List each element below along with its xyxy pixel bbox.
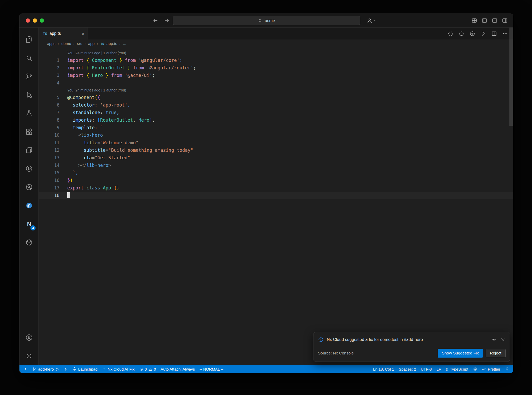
code-line[interactable]: 12 subtitle="Build something amazing tod…: [39, 147, 513, 154]
code-line-content: ></lib-hero>: [59, 162, 111, 169]
notifications-bell[interactable]: [503, 365, 511, 373]
breadcrumb-item[interactable]: demo: [61, 41, 71, 46]
breadcrumb-separator: ›: [84, 42, 86, 46]
search-sidebar-icon[interactable]: [19, 49, 38, 67]
breadcrumb-separator: ›: [74, 42, 75, 46]
eol-status[interactable]: LF: [434, 365, 443, 373]
code-line[interactable]: 13 cta="Get Started": [39, 154, 513, 162]
toggle-sidebar-right-icon[interactable]: [502, 17, 508, 24]
code-line[interactable]: 7 standalone: true,: [39, 109, 513, 116]
nx-badge: 3: [30, 225, 36, 231]
compare-changes-icon[interactable]: [447, 30, 454, 37]
breadcrumb-item[interactable]: src: [77, 41, 82, 46]
testing-icon[interactable]: [19, 104, 38, 122]
encoding-status[interactable]: UTF-8: [418, 365, 434, 373]
breadcrumb-separator: ›: [97, 42, 98, 46]
code-line[interactable]: 18: [39, 192, 513, 199]
code-line-content: `,: [59, 169, 78, 177]
navigate-back-button[interactable]: [152, 14, 158, 27]
reject-button[interactable]: Reject: [486, 349, 506, 357]
record-circle-icon[interactable]: [458, 30, 465, 37]
minimize-window-button[interactable]: [33, 18, 37, 23]
notification-close-icon[interactable]: [500, 337, 506, 342]
zoom-window-button[interactable]: [40, 18, 44, 23]
notification-toast: Nx Cloud suggested a fix for demo:test i…: [314, 332, 510, 361]
feedback-status[interactable]: [471, 365, 480, 373]
breadcrumb-item[interactable]: apps: [47, 41, 56, 46]
code-line-content: [59, 192, 70, 199]
code-line[interactable]: 17export class App {}: [39, 184, 513, 192]
inspect-icon[interactable]: [19, 178, 38, 196]
sparkle-icon: [102, 367, 106, 371]
vim-mode-status[interactable]: -- NORMAL --: [197, 365, 226, 373]
code-line-content: standalone: true,: [59, 109, 119, 116]
double-check-icon: [482, 367, 486, 371]
run-file-icon[interactable]: [469, 30, 476, 37]
breadcrumb-item[interactable]: app: [88, 41, 95, 46]
code-line[interactable]: 1import { Component } from '@angular/cor…: [39, 57, 513, 64]
command-center-search[interactable]: acme: [173, 16, 360, 25]
auto-attach-status[interactable]: Auto Attach: Always: [158, 365, 197, 373]
line-number: 15: [39, 169, 59, 177]
edge-devtools-icon[interactable]: [19, 196, 38, 215]
code-line-content: @Component({: [59, 94, 100, 101]
nx-cloud-fix-status[interactable]: Nx Cloud AI Fix: [100, 365, 137, 373]
close-window-button[interactable]: [26, 18, 30, 23]
run-debug-file-icon[interactable]: [480, 30, 487, 37]
nx-connect-status[interactable]: [62, 365, 70, 373]
navigate-forward-button[interactable]: [164, 14, 170, 27]
run-debug-icon[interactable]: [19, 85, 38, 104]
customize-layout-icon[interactable]: [471, 17, 477, 24]
code-line[interactable]: 2import { RouterOutlet } from '@angular/…: [39, 64, 513, 72]
indentation-status[interactable]: Spaces: 2: [396, 365, 418, 373]
scrollbar-thumb[interactable]: [509, 28, 513, 126]
toggle-sidebar-left-icon[interactable]: [481, 17, 488, 24]
code-editor[interactable]: You, 24 minutes ago | 1 author (You)1imp…: [39, 48, 513, 365]
formatter-status[interactable]: Prettier: [480, 365, 503, 373]
launchpad-status[interactable]: Launchpad: [70, 365, 100, 373]
accounts-icon[interactable]: [19, 328, 38, 347]
code-line[interactable]: 6 selector: 'app-root',: [39, 101, 513, 109]
toggle-panel-bottom-icon[interactable]: [491, 17, 498, 24]
line-number: 5: [39, 94, 59, 101]
code-line[interactable]: 9 template: `: [39, 124, 513, 131]
settings-gear-icon[interactable]: [19, 347, 38, 365]
code-line[interactable]: 4: [39, 79, 513, 87]
code-line[interactable]: 8 imports: [RouterOutlet, Hero],: [39, 116, 513, 124]
code-line-content: subtitle="Build something amazing today": [59, 147, 193, 154]
split-editor-icon[interactable]: [491, 30, 497, 37]
error-icon: [139, 367, 143, 371]
breadcrumb-file[interactable]: app.ts: [107, 41, 117, 46]
nx-console-icon[interactable]: N 3: [19, 215, 38, 233]
code-line[interactable]: 5@Component({: [39, 94, 513, 101]
remote-explorer-icon[interactable]: [19, 141, 38, 159]
code-line[interactable]: 14 ></lib-hero>: [39, 162, 513, 169]
code-line[interactable]: 3import { Hero } from '@acme/ui';: [39, 72, 513, 79]
git-branch-status[interactable]: add-hero: [30, 365, 62, 373]
more-actions-icon[interactable]: [502, 30, 508, 37]
show-suggested-fix-button[interactable]: Show Suggested Fix: [438, 349, 483, 358]
tab-close-icon[interactable]: ×: [82, 31, 84, 36]
account-menu[interactable]: [367, 14, 377, 27]
code-line[interactable]: 11 title="Welcmoe demo": [39, 139, 513, 147]
remote-indicator[interactable]: [21, 365, 30, 373]
container-icon[interactable]: [19, 233, 38, 252]
source-control-icon[interactable]: [19, 67, 38, 85]
smiley-icon: [473, 367, 477, 371]
cursor-position-status[interactable]: Ln 18, Col 1: [371, 365, 396, 373]
codelens-annotation[interactable]: You, 24 minutes ago | 1 author (You): [39, 87, 513, 94]
breadcrumb-overflow[interactable]: ...: [123, 41, 126, 46]
code-line[interactable]: 16}): [39, 177, 513, 184]
code-line[interactable]: 15 `,: [39, 169, 513, 177]
line-number: 14: [39, 162, 59, 169]
explorer-icon[interactable]: [19, 30, 38, 49]
code-line-content: import { Hero } from '@acme/ui';: [59, 72, 155, 79]
codelens-annotation[interactable]: You, 24 minutes ago | 1 author (You): [39, 50, 513, 57]
problems-status[interactable]: 0 0: [137, 365, 158, 373]
code-line[interactable]: 10 <lib-hero: [39, 131, 513, 139]
notification-settings-gear-icon[interactable]: [491, 337, 497, 342]
tab-app-ts[interactable]: TS app.ts ×: [39, 28, 88, 40]
extensions-icon[interactable]: [19, 122, 38, 141]
run-target-icon[interactable]: [19, 159, 38, 178]
language-mode-status[interactable]: {} TypeScript: [443, 365, 471, 373]
